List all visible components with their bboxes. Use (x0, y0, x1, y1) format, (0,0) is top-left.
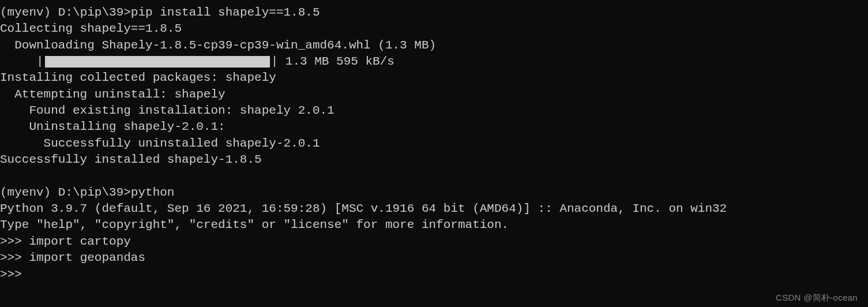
progress-prefix: | (0, 54, 44, 70)
python-help: Type "help", "copyright", "credits" or "… (0, 217, 868, 233)
progress-bar (45, 56, 270, 68)
output-uninstalling: Uninstalling shapely-2.0.1: (0, 119, 868, 135)
repl-line-3[interactable]: >>> (0, 267, 868, 283)
output-attempting: Attempting uninstall: shapely (0, 87, 868, 103)
pip-command: pip install shapely==1.8.5 (131, 6, 320, 19)
python-command: python (131, 186, 175, 199)
blank-line (0, 168, 868, 184)
path-prompt-2: D:\pip\39> (58, 186, 131, 199)
import-geopandas: import geopandas (29, 251, 145, 264)
progress-line: || 1.3 MB 595 kB/s (0, 54, 868, 70)
output-downloading: Downloading Shapely-1.8.5-cp39-cp39-win_… (0, 38, 868, 54)
env-prefix-2: (myenv) (0, 186, 51, 199)
progress-suffix: | 1.3 MB 595 kB/s (271, 54, 394, 70)
output-uninstalled: Successfully uninstalled shapely-2.0.1 (0, 136, 868, 152)
output-installing: Installing collected packages: shapely (0, 70, 868, 86)
python-header: Python 3.9.7 (default, Sep 16 2021, 16:5… (0, 201, 868, 217)
command-line-2[interactable]: (myenv) D:\pip\39>python (0, 185, 868, 201)
import-cartopy: import cartopy (29, 235, 130, 248)
repl-prompt: >>> (0, 235, 29, 248)
env-prefix: (myenv) (0, 6, 51, 19)
repl-line-2[interactable]: >>> import geopandas (0, 250, 868, 266)
output-success: Successfully installed shapely-1.8.5 (0, 152, 868, 168)
output-found: Found existing installation: shapely 2.0… (0, 103, 868, 119)
path-prompt: D:\pip\39> (58, 6, 131, 19)
repl-prompt: >>> (0, 251, 29, 264)
command-line-1[interactable]: (myenv) D:\pip\39>pip install shapely==1… (0, 5, 868, 21)
repl-line-1[interactable]: >>> import cartopy (0, 234, 868, 250)
watermark: CSDN @简朴-ocean (776, 292, 858, 304)
repl-prompt-empty: >>> (0, 268, 22, 281)
output-collecting: Collecting shapely==1.8.5 (0, 21, 868, 37)
